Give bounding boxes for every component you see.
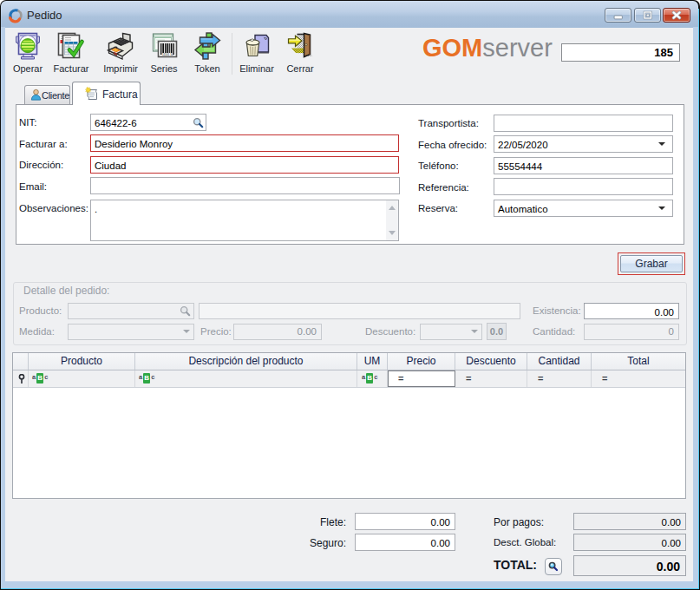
svg-text:11101 10: 11101 10 bbox=[162, 53, 173, 56]
